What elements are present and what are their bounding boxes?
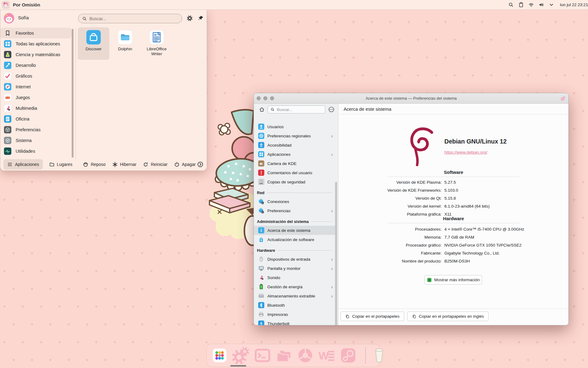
app-menu-icon[interactable]: [2, 1, 10, 9]
settings-category-row[interactable]: Thunderbolt: [254, 319, 336, 325]
app-icon: [118, 30, 132, 44]
settings-category-row[interactable]: Accesibilidad: [254, 140, 336, 150]
launcher-sidebar-item[interactable]: Multimedia: [0, 103, 71, 113]
settings-category-row[interactable]: Conexiones: [254, 197, 336, 206]
copy-to-clipboard-english-button[interactable]: Copiar en el portapapeles en inglés: [407, 312, 488, 321]
settings-category-row[interactable]: Acerca de este sistema: [254, 226, 336, 235]
active-window-title: Por Omisión: [13, 2, 40, 7]
dock-item[interactable]: [365, 347, 388, 364]
dock-item[interactable]: [275, 347, 292, 364]
dock-app-icon: [232, 347, 250, 364]
settings-category-icon: [258, 320, 264, 325]
settings-category-icon: [258, 284, 264, 290]
settings-category-row[interactable]: Aplicaciones ›: [254, 150, 336, 159]
svg-text:W: W: [318, 350, 329, 362]
more-actions-icon[interactable]: [197, 161, 204, 168]
settings-category-icon: [258, 170, 264, 176]
settings-scrollbar[interactable]: [335, 182, 337, 325]
settings-category-row[interactable]: Comentarios del usuario: [254, 168, 336, 177]
titlebar[interactable]: Acerca de este sistema — Preferencias de…: [254, 93, 568, 104]
app-icon: [86, 30, 101, 44]
settings-category-row[interactable]: Sonido: [254, 273, 336, 282]
configure-icon[interactable]: [187, 15, 193, 21]
divider: [388, 223, 519, 223]
show-more-info-button[interactable]: Mostrar más información: [424, 275, 482, 285]
settings-category-label: Conexiones: [267, 199, 289, 204]
category-label: Oficina: [16, 117, 29, 121]
settings-search-input[interactable]: Buscar...: [268, 105, 325, 113]
launcher-scrollbar[interactable]: [72, 29, 74, 158]
dock-item[interactable]: [297, 347, 314, 364]
settings-category-row[interactable]: Actualización de software: [254, 235, 336, 244]
launcher-search-input[interactable]: Buscar...: [78, 14, 182, 23]
settings-category-row[interactable]: Dispositivos de entrada ›: [254, 255, 336, 264]
dock-item[interactable]: W: [318, 347, 335, 364]
footer-tab[interactable]: Aplicaciones: [3, 159, 43, 170]
tray-icon[interactable]: [508, 2, 514, 8]
clock[interactable]: lun jul 22 23:21: [560, 2, 588, 7]
settings-category-icon: [258, 256, 264, 262]
category-icon: [4, 94, 11, 101]
app-tile[interactable]: Dolphin: [109, 27, 141, 60]
dock-item[interactable]: [340, 347, 357, 364]
settings-category-label: Aplicaciones: [267, 152, 291, 157]
launcher-sidebar-item[interactable]: Oficina: [0, 113, 71, 124]
launcher-sidebar-item[interactable]: Sistema: [0, 135, 71, 146]
tray-icon[interactable]: [548, 2, 554, 8]
footer-tab[interactable]: Lugares: [45, 159, 76, 170]
settings-category-row[interactable]: Bluetooth: [254, 301, 336, 310]
info-value: 4 × Intel® Core™ i5-7400 CPU @ 3.00GHz: [444, 227, 568, 232]
settings-category-row[interactable]: Copias de seguridad: [254, 177, 336, 186]
app-tile[interactable]: Discover: [78, 27, 109, 60]
overflow-menu-icon[interactable]: [328, 106, 335, 113]
settings-category-icon: [258, 124, 264, 130]
settings-category-label: Usuarios: [267, 125, 284, 129]
launcher-sidebar-item[interactable]: Desarrollo: [0, 60, 71, 71]
launcher-sidebar-item[interactable]: Gráficos: [0, 71, 71, 81]
settings-category-row[interactable]: Almacenamiento extraíble ›: [254, 291, 336, 301]
launcher-sidebar-item[interactable]: Todas las aplicaciones: [0, 38, 71, 49]
dock-app-icon: [254, 347, 271, 364]
launcher-sidebar-item[interactable]: Ciencia y matemáticas: [0, 49, 71, 60]
dock-app-icon: [340, 347, 357, 364]
pin-icon[interactable]: [198, 15, 204, 21]
launcher-sidebar-item[interactable]: Preferencias: [0, 124, 71, 135]
power-action-icon: [83, 162, 89, 167]
dock-item[interactable]: [211, 347, 228, 364]
copy-to-clipboard-button[interactable]: Copiar en el portapapeles: [341, 312, 404, 321]
power-action-icon: [174, 162, 180, 167]
settings-category-row[interactable]: Impresoras: [254, 310, 336, 319]
launcher-sidebar-item[interactable]: Internet: [0, 81, 71, 92]
settings-category-row[interactable]: Pantalla y monitor ›: [254, 264, 336, 273]
power-action[interactable]: Hibernar: [112, 162, 137, 167]
settings-category-row[interactable]: Cartera de KDE: [254, 159, 336, 168]
home-icon[interactable]: [259, 106, 265, 113]
os-link[interactable]: https://www.debian.org/: [444, 150, 487, 155]
power-action[interactable]: Reiniciar: [143, 162, 167, 167]
settings-category-row[interactable]: Gestión de energía ›: [254, 282, 336, 291]
dock-item[interactable]: [232, 347, 250, 364]
settings-category-row[interactable]: Preferencias regionales ›: [254, 131, 336, 140]
tray-icon[interactable]: [538, 2, 544, 8]
tray-icon[interactable]: [528, 2, 534, 8]
wallpaper-character: [207, 108, 257, 263]
chevron-right-icon: ›: [331, 266, 333, 271]
dock-item[interactable]: [254, 347, 271, 364]
app-tile[interactable]: LibreOffice Writer: [141, 27, 172, 60]
category-icon: [4, 83, 11, 90]
search-placeholder: Buscar...: [277, 107, 292, 112]
settings-category-row[interactable]: Preferencias ›: [254, 206, 336, 215]
launcher-sidebar-item[interactable]: Utilidades: [0, 146, 71, 156]
settings-category-icon: [258, 142, 264, 148]
dock-app-icon: W: [318, 347, 335, 364]
settings-category-label: Impresoras: [267, 312, 288, 317]
power-action[interactable]: Reposo: [83, 162, 105, 167]
sidebar-section-header: Administración del sistema: [254, 215, 336, 226]
user-avatar[interactable]: [3, 13, 15, 24]
power-action[interactable]: Apagar: [174, 162, 196, 167]
launcher-sidebar-item[interactable]: Favoritos: [0, 28, 71, 38]
launcher-sidebar-item[interactable]: Juegos: [0, 92, 71, 103]
tray-icon[interactable]: [518, 2, 524, 8]
info-row: Fabricante: Gigabyte Technology Co., Ltd…: [339, 249, 568, 257]
settings-category-row[interactable]: Usuarios: [254, 122, 336, 131]
